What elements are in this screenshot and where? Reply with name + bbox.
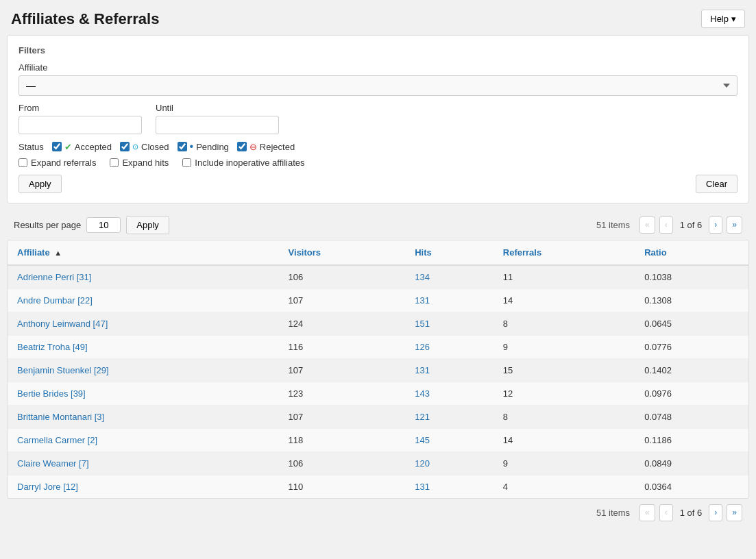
status-rejected[interactable]: ⊖ Rejected <box>237 142 295 152</box>
expand-referrals-checkbox[interactable] <box>19 158 27 167</box>
affiliate-link[interactable]: Anthony Leinwand [47] <box>17 319 108 329</box>
cell-ratio: 0.0748 <box>635 406 748 429</box>
filters-apply-button[interactable]: Apply <box>19 175 62 193</box>
status-label: Status <box>19 142 44 152</box>
action-row: Apply Clear <box>19 175 737 193</box>
next-page-button[interactable]: › <box>709 216 722 234</box>
status-closed[interactable]: ⊙ Closed <box>120 142 169 152</box>
col-affiliate[interactable]: Affiliate ▲ <box>8 240 279 265</box>
expand-referrals-item[interactable]: Expand referrals <box>19 158 96 168</box>
cell-hits: 120 <box>405 452 493 475</box>
status-pending[interactable]: • Pending <box>178 141 229 152</box>
hits-link[interactable]: 121 <box>415 412 430 422</box>
status-row: Status ✔ Accepted ⊙ Closed • Pending ⊖ R… <box>19 141 737 152</box>
expand-row: Expand referrals Expand hits Include ino… <box>19 158 737 168</box>
cell-referrals: 15 <box>493 359 635 382</box>
col-hits-label: Hits <box>415 247 432 258</box>
table-row: Andre Dumbar [22] 107 131 14 0.1308 <box>8 289 748 312</box>
include-inoperative-item[interactable]: Include inoperative affiliates <box>182 158 304 168</box>
col-ratio[interactable]: Ratio <box>635 240 748 265</box>
col-visitors-label: Visitors <box>289 247 321 258</box>
hits-link[interactable]: 151 <box>415 319 430 329</box>
col-referrals[interactable]: Referrals <box>493 240 635 265</box>
hits-link[interactable]: 145 <box>415 435 430 445</box>
check-icon: ✔ <box>64 142 72 152</box>
prev-page-button[interactable]: ‹ <box>659 216 673 234</box>
items-count: 51 items <box>596 220 630 230</box>
bottom-current-page: 1 <box>680 508 685 518</box>
bottom-prev-page-button[interactable]: ‹ <box>659 504 673 521</box>
closed-checkbox[interactable] <box>120 142 130 151</box>
affiliate-link[interactable]: Benjamin Stuenkel [29] <box>17 365 109 375</box>
chevron-down-icon: ▾ <box>731 14 736 24</box>
hits-link[interactable]: 131 <box>415 482 430 492</box>
table-row: Benjamin Stuenkel [29] 107 131 15 0.1402 <box>8 359 748 382</box>
cell-hits: 131 <box>405 289 493 312</box>
until-label: Until <box>156 103 279 113</box>
help-button[interactable]: Help ▾ <box>701 10 745 28</box>
expand-hits-checkbox[interactable] <box>110 158 119 167</box>
bottom-page-indicator: 1 of 6 <box>677 508 705 518</box>
affiliate-link[interactable]: Andre Dumbar [22] <box>17 295 93 306</box>
cell-affiliate: Beatriz Troha [49] <box>8 336 279 359</box>
cell-ratio: 0.0364 <box>635 475 748 499</box>
filters-clear-button[interactable]: Clear <box>696 175 737 193</box>
cell-ratio: 0.1402 <box>635 359 748 382</box>
cell-affiliate: Bertie Brides [39] <box>8 382 279 406</box>
hits-link[interactable]: 131 <box>415 365 430 375</box>
hits-link[interactable]: 120 <box>415 458 430 469</box>
first-page-button[interactable]: « <box>639 216 655 234</box>
cell-referrals: 4 <box>493 475 635 499</box>
cell-affiliate: Anthony Leinwand [47] <box>8 312 279 336</box>
table-row: Beatriz Troha [49] 116 126 9 0.0776 <box>8 336 748 359</box>
expand-hits-item[interactable]: Expand hits <box>110 158 169 168</box>
include-inoperative-checkbox[interactable] <box>182 158 191 167</box>
status-accepted[interactable]: ✔ Accepted <box>52 142 112 152</box>
results-apply-button[interactable]: Apply <box>126 216 169 234</box>
affiliate-link[interactable]: Adrienne Perri [31] <box>17 272 91 282</box>
col-affiliate-label: Affiliate <box>17 247 50 258</box>
affiliate-link[interactable]: Carmella Carmer [2] <box>17 435 97 445</box>
table-row: Darryl Jore [12] 110 131 4 0.0364 <box>8 475 748 499</box>
accepted-checkbox[interactable] <box>52 142 62 151</box>
affiliate-link[interactable]: Claire Weamer [7] <box>17 458 89 469</box>
hits-link[interactable]: 134 <box>415 272 430 282</box>
col-referrals-label: Referrals <box>503 247 541 258</box>
affiliate-link[interactable]: Brittanie Montanari [3] <box>17 412 104 422</box>
cell-hits: 131 <box>405 359 493 382</box>
table-head: Affiliate ▲ Visitors Hits Referrals Rati… <box>8 240 748 265</box>
hits-link[interactable]: 131 <box>415 295 430 306</box>
rejected-label: Rejected <box>260 142 295 152</box>
per-page-input[interactable]: 10 <box>86 217 121 233</box>
affiliate-link[interactable]: Beatriz Troha [49] <box>17 342 88 352</box>
cell-visitors: 110 <box>279 475 406 499</box>
last-page-button[interactable]: » <box>727 216 742 234</box>
affiliate-link[interactable]: Bertie Brides [39] <box>17 388 86 399</box>
cell-visitors: 107 <box>279 359 406 382</box>
col-visitors[interactable]: Visitors <box>279 240 406 265</box>
cell-affiliate: Carmella Carmer [2] <box>8 429 279 452</box>
sort-asc-icon: ▲ <box>54 249 62 257</box>
hits-link[interactable]: 143 <box>415 388 430 399</box>
expand-referrals-label: Expand referrals <box>31 158 96 168</box>
from-input[interactable] <box>19 116 142 134</box>
rejected-checkbox[interactable] <box>237 142 247 151</box>
until-input[interactable] <box>156 116 279 134</box>
results-bar: Results per page 10 Apply 51 items « ‹ 1… <box>7 210 749 240</box>
bottom-next-page-button[interactable]: › <box>709 504 722 521</box>
col-hits[interactable]: Hits <box>405 240 493 265</box>
pending-checkbox[interactable] <box>178 142 187 151</box>
hits-link[interactable]: 126 <box>415 342 430 352</box>
cell-visitors: 106 <box>279 452 406 475</box>
until-group: Until <box>156 103 279 134</box>
results-right: 51 items « ‹ 1 of 6 › » <box>596 216 742 234</box>
cell-visitors: 107 <box>279 289 406 312</box>
affiliate-select[interactable]: — <box>19 75 737 96</box>
expand-hits-label: Expand hits <box>122 158 169 168</box>
cell-visitors: 124 <box>279 312 406 336</box>
affiliate-link[interactable]: Darryl Jore [12] <box>17 482 78 492</box>
cell-hits: 134 <box>405 265 493 289</box>
bottom-last-page-button[interactable]: » <box>727 504 742 521</box>
bottom-first-page-button[interactable]: « <box>639 504 655 521</box>
per-page-label: Results per page <box>14 220 81 230</box>
